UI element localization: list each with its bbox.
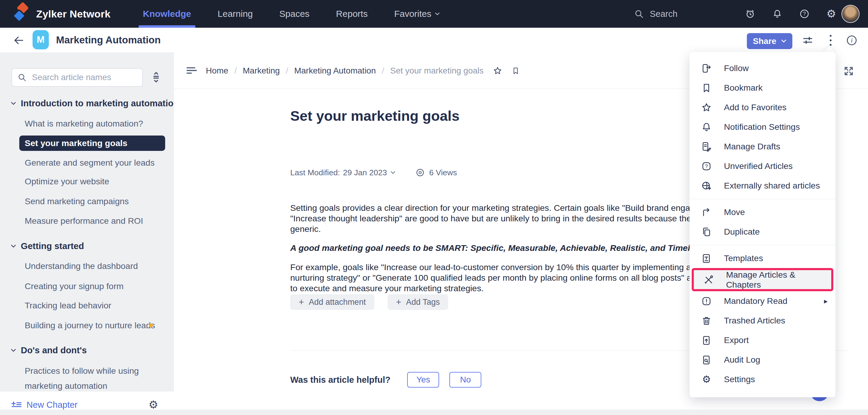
nav-tab-spaces[interactable]: Spaces: [278, 0, 311, 28]
menu-item-manage-drafts[interactable]: Manage Drafts: [689, 137, 835, 156]
menu-item-settings[interactable]: ⚙ Settings: [689, 370, 835, 389]
space-header: M Marketing Automation Share i: [0, 28, 868, 53]
favorite-star-icon[interactable]: [493, 66, 502, 76]
article-what-is-marketing-automation[interactable]: What is marketing automation?: [25, 117, 143, 130]
chapter-dos-and-donts[interactable]: Do's and dont's: [11, 344, 87, 356]
new-chapter-button[interactable]: New Chapter: [11, 400, 78, 410]
sidebar-search-input[interactable]: [31, 72, 137, 82]
breadcrumb: Home / Marketing / Marketing Automation …: [206, 53, 520, 89]
attachment-tag-row: + Add attachment + Add Tags: [290, 294, 448, 310]
views-count: 6 Views: [415, 168, 457, 177]
space-avatar[interactable]: M: [33, 30, 49, 49]
user-avatar[interactable]: [841, 5, 860, 23]
exclamation-square-icon: [701, 296, 712, 307]
menu-item-manage-articles-chapters[interactable]: Manage Articles & Chapters: [692, 268, 833, 291]
feedback-no-button[interactable]: No: [450, 372, 481, 388]
more-options-kebab-icon[interactable]: [825, 34, 837, 46]
article-generate-and-segment-leads[interactable]: Generate and segment your leads: [25, 157, 155, 169]
settings-gear-icon: ⚙: [701, 374, 712, 385]
expand-collapse-sort-icon[interactable]: [150, 70, 162, 84]
bookmark-icon[interactable]: [512, 66, 520, 76]
topbar-icons: ? ⚙: [745, 0, 836, 28]
article-tree-sidebar: Introduction to marketing automation Wha…: [0, 53, 174, 415]
search-icon: [18, 73, 27, 82]
bookmark-icon: [701, 82, 712, 93]
sidebar-search[interactable]: [11, 68, 143, 87]
breadcrumb-marketing-automation[interactable]: Marketing Automation: [294, 66, 376, 76]
feedback-yes-button[interactable]: Yes: [407, 372, 439, 388]
fullscreen-icon[interactable]: [843, 66, 854, 76]
menu-item-move[interactable]: Move: [689, 202, 835, 222]
breadcrumb-home[interactable]: Home: [206, 66, 228, 76]
tools-icon: [703, 274, 714, 285]
sidebar-settings-gear-icon[interactable]: ⚙: [149, 399, 158, 410]
article-set-your-marketing-goals-selected[interactable]: Set your marketing goals: [19, 136, 165, 151]
chapter-intro-marketing-automation[interactable]: Introduction to marketing automation: [11, 97, 174, 109]
menu-item-mandatory-read[interactable]: Mandatory Read ▸: [689, 291, 835, 311]
settings-gear-icon[interactable]: ⚙: [827, 8, 836, 19]
article-meta: Last Modified: 29 Jan 2023 6 Views: [290, 168, 457, 177]
article-title: Set your marketing goals: [290, 107, 460, 124]
article-practices-to-follow[interactable]: Practices to follow while using marketin…: [25, 363, 142, 393]
help-icon[interactable]: ?: [799, 9, 809, 19]
article-send-marketing-campaigns[interactable]: Send marketing campaigns: [25, 195, 129, 207]
globe-share-icon: [701, 180, 712, 191]
article-building-a-journey[interactable]: Building a journey to nurture leads: [25, 319, 155, 331]
menu-item-add-to-favorites[interactable]: Add to Favorites: [689, 98, 835, 117]
add-tags-button[interactable]: + Add Tags: [388, 294, 448, 310]
article-tracking-lead-behavior[interactable]: Tracking lead behavior: [25, 299, 111, 311]
template-document-icon: [701, 253, 712, 264]
display-settings-icon[interactable]: [802, 34, 814, 46]
nav-tab-reports[interactable]: Reports: [334, 0, 370, 28]
menu-item-export[interactable]: Export: [689, 331, 835, 350]
collapse-tree-icon[interactable]: [186, 65, 197, 76]
nav-tab-favorites[interactable]: Favorites: [393, 0, 441, 28]
article-creating-your-signup-form[interactable]: Creating your signup form: [25, 280, 124, 292]
export-document-icon: [701, 335, 712, 346]
article-optimize-your-website[interactable]: Optimize your website: [25, 175, 109, 187]
plus-icon: +: [396, 297, 401, 307]
menu-item-audit-log[interactable]: Audit Log: [689, 350, 835, 370]
global-search-label: Search: [650, 9, 678, 19]
space-title: Marketing Automation: [56, 28, 161, 53]
breadcrumb-current: Set your marketing goals: [390, 66, 484, 76]
document-edit-icon: [701, 141, 712, 152]
feedback-question: Was this article helpful?: [290, 375, 390, 385]
global-search[interactable]: Search: [634, 0, 678, 28]
menu-item-externally-shared[interactable]: Externally shared articles: [689, 176, 835, 196]
menu-item-unverified-articles[interactable]: ? Unverified Articles: [689, 156, 835, 176]
bell-icon: [701, 122, 712, 133]
last-modified-label: Last Modified:: [290, 168, 340, 177]
nav-tab-knowledge[interactable]: Knowledge: [141, 0, 193, 28]
back-arrow-icon[interactable]: [13, 34, 25, 46]
follow-icon: [701, 63, 712, 74]
trash-icon: [701, 315, 712, 326]
nav-tab-learning[interactable]: Learning: [216, 0, 255, 28]
menu-item-bookmark[interactable]: Bookmark: [689, 78, 835, 98]
article-understanding-the-dashboard[interactable]: Understanding the dashboard: [25, 260, 138, 272]
feedback-row: Was this article helpful? Yes No: [290, 372, 481, 388]
notifications-bell-icon[interactable]: [772, 9, 782, 19]
copy-icon: [701, 227, 712, 237]
more-options-menu: Follow Bookmark Add to Favorites Notific…: [689, 52, 835, 397]
plus-icon: +: [299, 297, 304, 307]
share-button[interactable]: Share: [747, 33, 792, 49]
chevron-down-icon[interactable]: [391, 171, 396, 174]
primary-nav: Knowledge Learning Spaces Reports Favori…: [141, 0, 441, 28]
breadcrumb-separator: /: [382, 66, 384, 76]
add-attachment-button[interactable]: + Add attachment: [290, 294, 374, 310]
menu-item-duplicate[interactable]: Duplicate: [689, 222, 835, 242]
chapter-getting-started[interactable]: Getting started: [11, 240, 84, 252]
menu-item-notification-settings[interactable]: Notification Settings: [689, 117, 835, 137]
article-measure-performance-roi[interactable]: Measure performance and ROI: [25, 215, 143, 227]
info-icon[interactable]: i: [846, 34, 858, 46]
reminders-icon[interactable]: [745, 9, 755, 19]
brand[interactable]: Zylker Network: [12, 0, 111, 28]
audit-document-icon: [701, 354, 712, 365]
menu-item-follow[interactable]: Follow: [689, 59, 835, 78]
breadcrumb-marketing[interactable]: Marketing: [243, 66, 280, 76]
svg-text:?: ?: [705, 163, 708, 169]
move-arrow-icon: [701, 207, 712, 218]
menu-item-trashed-articles[interactable]: Trashed Articles: [689, 311, 835, 331]
menu-item-templates[interactable]: Templates: [689, 248, 835, 268]
